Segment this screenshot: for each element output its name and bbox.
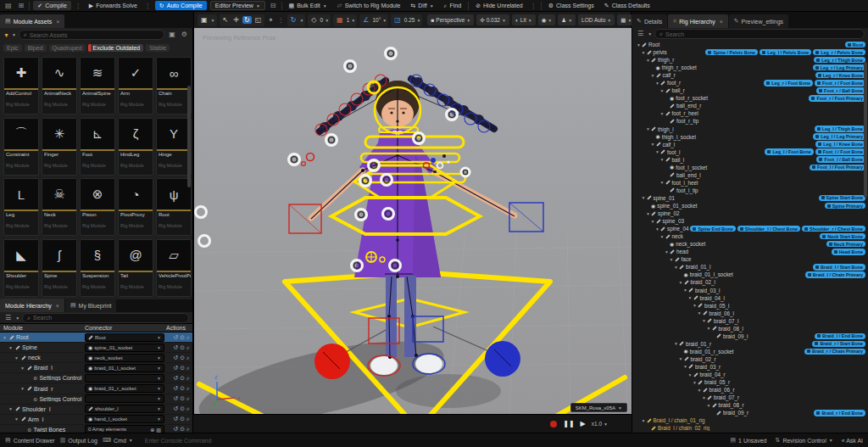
show-flags-dropdown[interactable]: ◉ ▼ (538, 14, 556, 25)
focus-action-icon[interactable]: ⊙ (180, 365, 185, 372)
tab-details[interactable]: ✎Details (632, 14, 667, 28)
focus-action-icon[interactable]: ⊙ (180, 334, 185, 341)
switch-to-rig-module-button[interactable]: ⇄ Switch to Rig Module (334, 3, 404, 9)
snap-rotation-mode[interactable]: ↻ ▼ (287, 14, 306, 26)
module-badge[interactable]: Leg_r / Foot Bone (764, 80, 813, 87)
tree-row[interactable]: ▼ball_lFoot_l / Ball Bone (632, 156, 868, 164)
tree-row[interactable]: ▼foot_r_heel (632, 109, 868, 117)
expand-caret-icon[interactable]: ▼ (659, 157, 665, 162)
expand-caret-icon[interactable]: ▼ (641, 418, 647, 423)
tree-row[interactable]: ▼foot_l_heel (632, 179, 868, 187)
world-coordinate-icon[interactable]: ⌖ (267, 16, 275, 25)
compile-button[interactable]: ✔ Compile (33, 1, 71, 10)
module-assets-search-input[interactable]: ⌕ Search Assets (19, 30, 164, 40)
module-badge[interactable]: Braid_r / End Bone (814, 410, 865, 416)
table-row[interactable]: ▼Shoulder_lshoulder_l▼↺⊙⌕ (0, 405, 192, 415)
find-action-icon[interactable]: ⌕ (186, 375, 190, 382)
tree-row[interactable]: ball_end_l (632, 171, 868, 179)
tree-row[interactable]: ▼braid_08_l (632, 325, 868, 332)
find-action-icon[interactable]: ⌕ (186, 355, 190, 361)
expand-caret-icon[interactable]: ▼ (654, 226, 660, 232)
tree-row[interactable]: ▼spine_03 (632, 217, 868, 225)
hide-unrelated-options-icon[interactable]: ⋮ (530, 3, 537, 9)
module-card-leg[interactable]: LLegRig Module (3, 178, 39, 236)
module-badge[interactable]: Leg_r / Pelvis Bone (813, 49, 865, 56)
cmd-dropdown[interactable]: ⌨ Cmd ▼ (103, 437, 133, 444)
folder-icon[interactable]: ▣ (167, 29, 177, 41)
add-element-icon[interactable]: ⊕ (150, 427, 154, 433)
rotate-tool-icon[interactable]: ↻ (242, 16, 252, 24)
module-card-foot[interactable]: ⊾FootRig Module (80, 118, 115, 176)
find-action-icon[interactable]: ⌕ (186, 334, 190, 341)
module-badge[interactable]: Spine Start Bone (819, 195, 865, 202)
expand-caret-icon[interactable]: ▼ (701, 395, 707, 400)
module-badge[interactable]: Neck Start Bone (820, 233, 865, 240)
tree-row[interactable]: ▼thigh_rLeg_r / Thigh Bone (632, 56, 868, 64)
chevron-down-icon[interactable]: ▼ (12, 32, 16, 37)
module-badge[interactable]: Braid_l / End Bone (815, 333, 865, 340)
tree-row[interactable]: ◉neck_socketNeck Primary (632, 240, 868, 248)
table-row[interactable]: ▼neck◉neck_socket▼↺⊙⌕ (0, 353, 192, 363)
table-row[interactable]: ▼Spine◉spine_01_socket▼↺⊙⌕ (0, 343, 192, 353)
tree-row[interactable]: foot_r_tip (632, 117, 868, 125)
connector-dropdown[interactable]: Root▼ (85, 333, 164, 342)
filter-chip-stable[interactable]: Stable (146, 44, 170, 52)
tree-row[interactable]: ▼foot_lLeg_l / Foot BoneFoot_l / Foot Bo… (632, 148, 868, 156)
tree-row[interactable]: ▼braid_05_r (632, 378, 868, 386)
tree-row[interactable]: ▼Braid_l / chain_01_rig (632, 416, 868, 424)
tab-module-hierarchy[interactable]: Module Hierarchy × (0, 299, 64, 312)
tree-row[interactable]: ▼braid_07_r (632, 394, 868, 401)
unsaved-status[interactable]: ▤ 1 Unsaved (730, 437, 766, 444)
compile-options-icon[interactable]: ⋮ (75, 3, 82, 9)
module-card-finger[interactable]: ✳FingerRig Module (42, 118, 77, 176)
table-row[interactable]: ▼RootRoot▼↺⊙⌕ (0, 332, 192, 343)
module-card-hindleg[interactable]: ζHindLegRig Module (118, 118, 153, 176)
connector-dropdown[interactable]: shoulder_l▼ (85, 405, 164, 413)
chevron-down-icon[interactable]: ▼ (15, 316, 19, 321)
select-tool-icon[interactable]: ↖ (221, 16, 231, 24)
tree-row[interactable]: ▼neckNeck Start Bone (632, 232, 868, 240)
editor-preview-dropdown[interactable]: Editor Preview ▼ (210, 1, 265, 10)
rig-hierarchy-search-input[interactable]: ⌕ Search (654, 29, 865, 39)
filter-chip-epic[interactable]: Epic (3, 44, 22, 52)
expand-caret-icon[interactable]: ▼ (650, 219, 656, 224)
close-icon[interactable]: × (56, 303, 59, 309)
solve-options-icon[interactable]: ⋮ (144, 3, 152, 9)
browse-asset-icon[interactable]: ⊟ (269, 0, 278, 12)
move-tool-icon[interactable]: ✛ (231, 16, 241, 24)
grid-snap-control[interactable]: ▦ 1 ▼ (333, 14, 357, 26)
filter-chip-quadruped[interactable]: Quadruped (49, 44, 86, 52)
focus-action-icon[interactable]: ⊙ (180, 385, 185, 392)
tree-row[interactable]: ◉thigh_r_socketLeg_r / Leg Primary (632, 64, 868, 71)
module-card-spine[interactable]: ʃSpineRig Module (42, 239, 77, 297)
focus-action-icon[interactable]: ⊙ (180, 416, 185, 422)
tree-row[interactable]: ▼calf_rLeg_r / Knee Bone (632, 71, 868, 79)
expand-caret-icon[interactable]: ▼ (8, 406, 14, 411)
module-badge[interactable]: Leg_l / Leg Primary (813, 133, 865, 140)
tree-row[interactable]: ▼braid_02_r (632, 355, 868, 363)
module-badge[interactable]: Leg_r / Knee Bone (815, 72, 865, 79)
expand-caret-icon[interactable]: ▼ (14, 355, 19, 360)
module-badge[interactable]: Leg_l / Thigh Bone (815, 126, 865, 132)
tree-row[interactable]: ◉foot_r_socketFoot_r / Foot Primary (632, 94, 868, 102)
reset-action-icon[interactable]: ↺ (173, 395, 178, 402)
module-badge[interactable]: Spine / Pelvis Bone (705, 49, 758, 56)
expand-caret-icon[interactable]: ▼ (19, 386, 25, 391)
scale-snap-control[interactable]: ◲ 0.25 ▼ (391, 14, 422, 26)
table-row[interactable]: ⚙Settings Control▼↺⊙⌕ (0, 394, 192, 405)
connector-dropdown[interactable]: ◉hand_l_socket▼ (85, 415, 164, 423)
tree-row[interactable]: ◉foot_l_socketFoot_l / Foot Primary (632, 164, 868, 171)
expand-caret-icon[interactable]: ▼ (645, 211, 651, 216)
tree-row[interactable]: ▼braid_07_l (632, 317, 868, 325)
module-card-vehiclepivotproxy[interactable]: ▱VehiclePivotProxyRig Module (156, 239, 192, 297)
lit-mode-dropdown[interactable]: ◐ Lit ▼ (512, 14, 536, 25)
playback-speed-dropdown[interactable]: x1.0 ▼ (592, 421, 608, 427)
focus-action-icon[interactable]: ⊙ (180, 355, 185, 361)
tree-row[interactable]: braid_09_lBraid_l / End Bone (632, 332, 868, 340)
expand-caret-icon[interactable]: ▼ (682, 364, 688, 369)
module-badge[interactable]: Foot_r / Ball Bone (816, 87, 865, 94)
module-badge[interactable]: Neck Primary (826, 241, 865, 248)
expand-caret-icon[interactable]: ▼ (692, 303, 698, 308)
find-action-icon[interactable]: ⌕ (186, 344, 190, 351)
expand-caret-icon[interactable]: ▼ (687, 372, 693, 377)
